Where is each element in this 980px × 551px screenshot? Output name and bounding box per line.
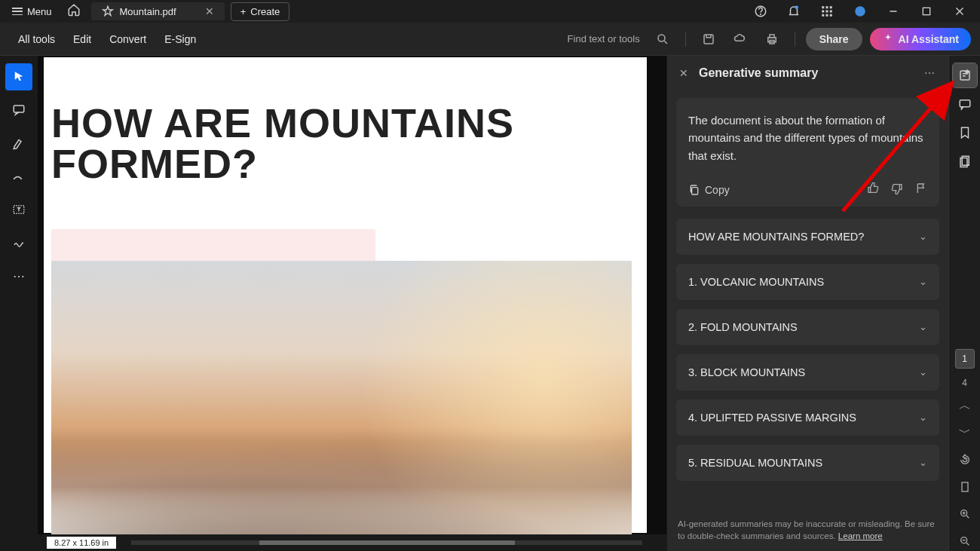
document-tab[interactable]: Mountain.pdf ✕: [91, 2, 225, 20]
outline-item[interactable]: 5. RESIDUAL MOUNTAINS⌄: [676, 445, 939, 481]
menu-button[interactable]: Menu: [5, 3, 60, 20]
toolbar-right: Find text or tools Share AI Assistant: [568, 27, 971, 51]
cloud-icon: [733, 32, 747, 46]
search-icon: [656, 32, 669, 46]
summary-actions: Copy: [688, 182, 927, 197]
svg-rect-8: [830, 11, 832, 13]
comment-icon: [12, 103, 26, 117]
text-tool[interactable]: [5, 196, 32, 223]
pages-rail-button[interactable]: [953, 149, 977, 173]
cloud-button[interactable]: [728, 27, 752, 51]
text-icon: [12, 203, 26, 216]
svg-rect-10: [826, 14, 828, 17]
thumbs-up-button[interactable]: [867, 182, 879, 197]
summary-card: The document is about the formation of m…: [676, 98, 939, 207]
svg-rect-11: [830, 14, 832, 17]
menu-label: Menu: [27, 6, 52, 17]
svg-rect-9: [822, 14, 824, 17]
close-window-button[interactable]: [944, 0, 975, 23]
edit-link[interactable]: Edit: [64, 27, 100, 51]
print-button[interactable]: [760, 27, 784, 51]
copy-button[interactable]: Copy: [688, 184, 730, 196]
search-button[interactable]: [651, 27, 675, 51]
find-label[interactable]: Find text or tools: [568, 33, 640, 44]
panel-close-button[interactable]: ✕: [679, 67, 688, 79]
save-button[interactable]: [697, 27, 721, 51]
bookmarks-rail-button[interactable]: [953, 121, 977, 145]
learn-more-link[interactable]: Learn more: [838, 531, 883, 540]
svg-rect-25: [692, 187, 698, 194]
notifications-button[interactable]: [778, 0, 810, 23]
close-icon: [953, 5, 966, 18]
ai-label: AI Assistant: [899, 33, 959, 45]
sparkle-icon: [882, 33, 894, 45]
thumbs-down-icon: [891, 182, 903, 194]
hamburger-icon: [12, 8, 23, 15]
horizontal-scrollbar[interactable]: [131, 540, 642, 545]
chevron-down-icon: ⌄: [919, 366, 927, 378]
zoom-in-button[interactable]: [955, 504, 975, 524]
comment-tool[interactable]: [5, 96, 32, 124]
all-tools-link[interactable]: All tools: [9, 27, 64, 51]
tab-close-button[interactable]: ✕: [205, 5, 214, 17]
grid-icon: [820, 5, 834, 18]
select-tool[interactable]: [5, 63, 32, 90]
highlight-icon: [12, 136, 26, 150]
comments-rail-button[interactable]: [953, 92, 977, 116]
more-tools[interactable]: ⋯: [5, 262, 32, 289]
svg-rect-30: [962, 482, 968, 491]
globe-icon: [853, 5, 867, 18]
titlebar-right: [745, 0, 975, 23]
home-button[interactable]: [60, 0, 88, 24]
zoom-out-button[interactable]: [955, 531, 975, 551]
sign-tool[interactable]: [5, 229, 32, 256]
summary-rail-button[interactable]: [953, 63, 977, 87]
separator: [795, 32, 795, 47]
outline-item[interactable]: 2. FOLD MOUNTAINS⌄: [676, 309, 939, 345]
convert-link[interactable]: Convert: [100, 27, 155, 51]
scrollbar-thumb[interactable]: [259, 540, 515, 545]
svg-point-1: [761, 14, 761, 14]
maximize-button[interactable]: [911, 0, 942, 23]
page-down-button[interactable]: ﹀: [955, 423, 975, 442]
fit-page-button[interactable]: [955, 477, 975, 497]
outline-label: 4. UPLIFTED PASSIVE MARGINS: [688, 412, 856, 424]
rotate-button[interactable]: [955, 450, 975, 470]
thumbs-down-button[interactable]: [891, 182, 903, 197]
disclaimer: AI-generated summaries may be inaccurate…: [667, 512, 948, 551]
svg-line-36: [966, 543, 969, 545]
outline-item[interactable]: 3. BLOCK MOUNTAINS⌄: [676, 354, 939, 390]
svg-line-32: [966, 516, 969, 518]
account-button[interactable]: [844, 0, 876, 23]
document-viewport[interactable]: HOW ARE MOUNTAINS FORMED?: [38, 56, 666, 534]
help-button[interactable]: [745, 0, 776, 23]
minimize-button[interactable]: [877, 0, 909, 23]
chevron-down-icon: ⌄: [919, 231, 927, 242]
titlebar: Menu Mountain.pdf ✕ + Create: [0, 0, 980, 23]
mountain-photo: [51, 261, 632, 534]
draw-tool[interactable]: [5, 163, 32, 190]
outline-item[interactable]: HOW ARE MOUNTAINS FORMED?⌄: [676, 219, 939, 255]
apps-button[interactable]: [811, 0, 843, 23]
outline-item[interactable]: 1. VOLCANIC MOUNTAINS⌄: [676, 264, 939, 300]
rotate-icon: [959, 454, 971, 466]
titlebar-left: Menu Mountain.pdf ✕ + Create: [5, 0, 289, 24]
svg-rect-14: [923, 8, 929, 14]
help-icon: [754, 5, 767, 18]
outline-item[interactable]: 4. UPLIFTED PASSIVE MARGINS⌄: [676, 399, 939, 436]
share-button[interactable]: Share: [806, 28, 862, 51]
panel-body[interactable]: The document is about the formation of m…: [667, 90, 948, 512]
separator: [685, 32, 686, 47]
outline-label: HOW ARE MOUNTAINS FORMED?: [688, 231, 864, 243]
ai-assistant-button[interactable]: AI Assistant: [870, 28, 971, 51]
create-button[interactable]: + Create: [231, 2, 290, 21]
copy-icon: [688, 184, 700, 196]
page-up-button[interactable]: ︿: [955, 396, 975, 415]
esign-link[interactable]: E-Sign: [155, 27, 205, 51]
highlight-tool[interactable]: [5, 130, 32, 157]
flag-button[interactable]: [915, 182, 927, 197]
page-icon: [959, 481, 971, 493]
panel-more-button[interactable]: ⋯: [924, 67, 936, 79]
current-page-indicator[interactable]: 1: [955, 349, 975, 369]
pdf-page: HOW ARE MOUNTAINS FORMED?: [44, 57, 647, 533]
